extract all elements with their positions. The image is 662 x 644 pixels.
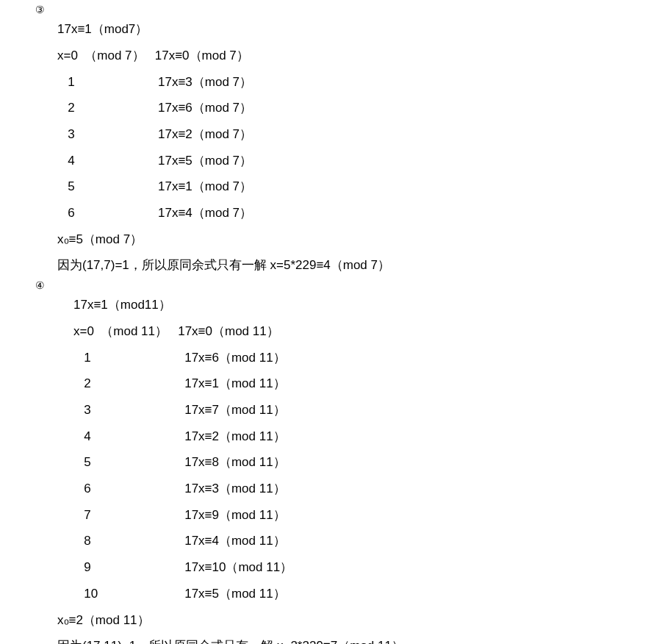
cell-x: 2 — [68, 101, 74, 115]
cell-res: 17x≡6（mod 7） — [158, 101, 252, 115]
table-row: 6 17x≡4（mod 7） — [57, 200, 662, 226]
cell-x: 1 — [84, 351, 90, 365]
cell-res: 17x≡9（mod 11） — [184, 508, 286, 522]
table-row: 3 17x≡2（mod 7） — [57, 121, 662, 148]
section-number-3: ③ — [35, 3, 662, 16]
table-row: 9 17x≡10（mod 11） — [73, 554, 662, 581]
conclusion-mod7: 因为(17,7)=1，所以原同余式只有一解 x=5*229≡4（mod 7） — [57, 252, 662, 279]
table-row: 1 17x≡3（mod 7） — [57, 69, 662, 96]
cell-res: 17x≡1（mod 7） — [158, 179, 252, 193]
table-row: 6 17x≡3（mod 11） — [73, 476, 662, 502]
table-row: 2 17x≡1（mod 11） — [73, 371, 662, 397]
cell-res: 17x≡2（mod 7） — [158, 127, 252, 141]
table-row: 4 17x≡2（mod 11） — [73, 423, 662, 450]
heading-mod11: 17x≡1（mod11） — [73, 292, 662, 318]
cell-x: 9 — [84, 560, 90, 574]
cell-x: 5 — [68, 179, 74, 193]
table-header-row: x=0 （mod 7） 17x≡0（mod 7） — [57, 43, 662, 69]
cell-res: 17x≡4（mod 7） — [158, 206, 252, 220]
col-x: x=0 （mod 7） — [57, 49, 145, 62]
col-res: 17x≡0（mod 11） — [178, 324, 279, 338]
cell-res: 17x≡6（mod 11） — [184, 351, 286, 365]
cell-x: 6 — [84, 482, 90, 495]
cell-x: 6 — [68, 206, 74, 220]
cell-res: 17x≡8（mod 11） — [184, 455, 286, 469]
cell-x: 7 — [84, 508, 90, 522]
cell-res: 17x≡3（mod 7） — [158, 75, 252, 89]
conclusion-mod11: 因为(17,11)=1，所以原同余式只有一解 x=2*229≡7（mod 11） — [57, 633, 662, 644]
table-row: 1 17x≡6（mod 11） — [73, 345, 662, 371]
cell-x: 5 — [84, 455, 90, 469]
cell-x: 1 — [68, 75, 74, 89]
table-row: 8 17x≡4（mod 11） — [73, 528, 662, 554]
cell-x: 3 — [84, 403, 90, 417]
x0-result: x₀≡2（mod 11） — [57, 607, 662, 634]
table-row: 10 17x≡5（mod 11） — [73, 581, 662, 607]
cell-x: 4 — [68, 154, 74, 168]
cell-res: 17x≡7（mod 11） — [184, 403, 286, 417]
section-number-4: ④ — [35, 279, 662, 292]
cell-res: 17x≡10（mod 11） — [184, 560, 292, 574]
table-row: 5 17x≡8（mod 11） — [73, 449, 662, 476]
cell-res: 17x≡4（mod 11） — [184, 534, 286, 548]
table-row: 2 17x≡6（mod 7） — [57, 95, 662, 121]
table-row: 3 17x≡7（mod 11） — [73, 397, 662, 423]
table-row: 4 17x≡5（mod 7） — [57, 148, 662, 174]
cell-res: 17x≡5（mod 7） — [158, 154, 252, 168]
table-row: 5 17x≡1（mod 7） — [57, 173, 662, 200]
cell-res: 17x≡1（mod 11） — [184, 376, 286, 390]
cell-res: 17x≡2（mod 11） — [184, 429, 286, 443]
cell-x: 8 — [84, 534, 90, 548]
heading-mod7: 17x≡1（mod7） — [57, 16, 662, 43]
cell-res: 17x≡5（mod 11） — [184, 587, 286, 601]
col-x: x=0 （mod 11） — [73, 324, 168, 338]
x0-result: x₀≡5（mod 7） — [57, 226, 662, 253]
cell-x: 3 — [68, 127, 74, 141]
table-header-row: x=0 （mod 11） 17x≡0（mod 11） — [73, 318, 662, 345]
col-res: 17x≡0（mod 7） — [155, 49, 249, 62]
cell-x: 2 — [84, 376, 90, 390]
cell-x: 4 — [84, 429, 90, 443]
cell-x: 10 — [84, 587, 98, 601]
cell-res: 17x≡3（mod 11） — [184, 482, 286, 495]
table-row: 7 17x≡9（mod 11） — [73, 502, 662, 529]
